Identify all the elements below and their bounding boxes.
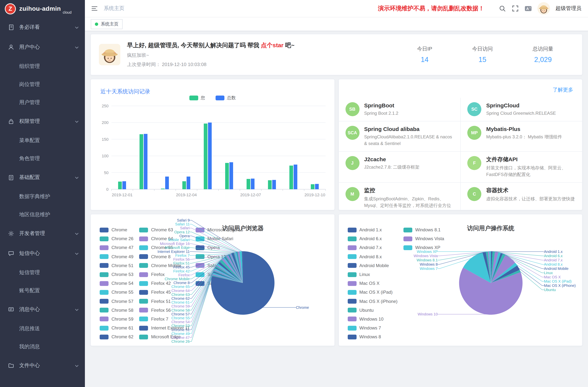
pie-slice-Android-8-x[interactable] [491,252,501,283]
legend-item-17[interactable]: Chrome Mobile [139,261,190,270]
legend-item-16[interactable]: Chrome 8 [139,252,190,261]
pie-slice-Mac-OS-X-iPhone-[interactable] [491,265,519,283]
pie-slice-Mac-OS-X-iPad-[interactable] [491,263,517,283]
legend-item-1[interactable]: Chrome 26 [100,234,133,243]
bar-1-2019-12-01[interactable] [122,181,126,189]
legend-item-32[interactable]: Safari 9 [196,279,243,288]
legend-item-11[interactable]: Chrome 61 [100,324,133,332]
legend-item-28[interactable]: Opera [196,243,243,252]
legend-item-7[interactable]: Chrome 55 [100,288,133,297]
legend-item-3[interactable]: Chrome 49 [100,252,133,261]
legend-item-20[interactable]: Firefox 45 [139,288,190,297]
pie-slice-Android-7-x[interactable] [491,252,498,283]
pie-slice-Windows-Vista[interactable] [488,251,491,283]
legend-item-29[interactable]: Opera 12 [196,252,243,261]
bar-1-2019-12-05[interactable] [208,122,212,189]
legend-item-9[interactable]: Ubuntu [348,306,398,314]
tab-home[interactable]: 系统主页 [91,19,123,29]
bar-0-2019-12-07[interactable] [247,179,250,189]
legend-item-24[interactable]: Internet Explorer 11 [139,324,190,332]
legend-item-6[interactable]: Chrome 54 [100,279,133,288]
pie-slice-Windows-8-1[interactable] [485,251,491,283]
pie-slice-Ubuntu[interactable] [491,270,521,283]
legend-item-13[interactable]: Windows 8.1 [403,225,444,234]
sidebar-subitem-1-0[interactable]: 组织管理 [0,57,85,75]
sidebar-subitem-6-0[interactable]: 消息推送 [0,320,85,338]
pie-slice-Mac-OS-X[interactable] [491,255,515,283]
bar-0-2019-12-08[interactable] [268,180,272,189]
pie-slice-Android-1-x[interactable] [491,251,492,283]
sidebar-item-3[interactable]: 基础配置 [0,167,85,187]
sidebar-item-7[interactable]: 文件中心 [0,356,85,376]
bar-0-2019-12-06[interactable] [225,163,229,189]
bar-1-2019-12-04[interactable] [187,177,190,189]
search-icon[interactable] [499,5,506,12]
bar-0-2019-12-09[interactable] [289,166,293,189]
app-logo[interactable]: Z zuihou-admin cloud [0,0,85,17]
legend-item-15[interactable]: Windows XP [403,243,444,252]
sidebar-subitem-5-1[interactable]: 账号配置 [0,282,85,300]
bar-legend-item-0[interactable]: 您 [189,95,205,101]
bar-0-2019-12-03[interactable] [161,188,165,189]
sidebar-subitem-2-1[interactable]: 角色管理 [0,149,85,167]
legend-item-15[interactable]: Chrome 65 [139,243,190,252]
legend-item-2[interactable]: Android 7.x [348,243,398,252]
legend-item-18[interactable]: Firefox [139,270,190,279]
sidebar-item-5[interactable]: 短信中心 [0,244,85,264]
legend-item-12[interactable]: Chrome 62 [100,333,133,342]
sidebar-subitem-1-2[interactable]: 用户管理 [0,93,85,111]
bar-1-2019-12-06[interactable] [230,162,233,189]
legend-item-0[interactable]: Android 1.x [348,225,398,234]
bar-0-2019-12-04[interactable] [182,181,186,189]
legend-item-25[interactable]: Microsoft Edge [139,333,190,342]
sidebar-item-1[interactable]: 用户中心 [0,37,85,57]
legend-item-9[interactable]: Chrome 58 [100,306,133,314]
bar-1-2019-12-07[interactable] [251,179,254,189]
legend-item-4[interactable]: Chrome 51 [100,261,133,270]
legend-item-22[interactable]: Firefox 56 [139,306,190,314]
sidebar-item-0[interactable]: 务必详看 [0,17,85,37]
sidebar-subitem-1-1[interactable]: 岗位管理 [0,75,85,93]
sidebar-subitem-2-0[interactable]: 菜单配置 [0,131,85,149]
sidebar-item-2[interactable]: 权限管理 [0,111,85,131]
bar-1-2019-12-02[interactable] [144,134,147,189]
username[interactable]: 超级管理员 [556,5,581,12]
legend-item-26[interactable]: Microsoft Edge 16 [196,225,243,234]
legend-item-8[interactable]: Chrome 57 [100,297,133,306]
legend-item-12[interactable]: Windows 8 [348,333,398,342]
breadcrumb[interactable]: 系统主页 [104,5,124,12]
bar-0-2019-12-05[interactable] [204,123,208,189]
legend-item-21[interactable]: Firefox 51 [139,297,190,306]
legend-item-1[interactable]: Android 6.x [348,234,398,243]
legend-item-13[interactable]: Chrome 63 [139,225,190,234]
legend-item-10[interactable]: Chrome 59 [100,315,133,324]
legend-item-11[interactable]: Windows 7 [348,324,398,332]
legend-item-6[interactable]: Mac OS X [348,279,398,288]
pie-slice-Windows-10[interactable] [459,268,523,315]
legend-item-4[interactable]: Android Mobile [348,261,398,270]
legend-item-8[interactable]: Mac OS X (iPhone) [348,297,398,306]
pie-slice-Windows-7[interactable] [463,252,491,283]
bar-0-2019-12-02[interactable] [140,134,143,189]
sidebar-subitem-3-0[interactable]: 数据字典维护 [0,187,85,205]
pie-slice-Android-Mobile[interactable] [491,253,503,283]
pie-slice-Windows-XP[interactable] [489,251,491,283]
learn-more-link[interactable]: 了解更多 [553,87,573,93]
bar-1-2019-12-10[interactable] [315,184,319,189]
legend-item-14[interactable]: Chrome 64 [139,234,190,243]
sidebar-subitem-3-1[interactable]: 地区信息维护 [0,205,85,224]
sidebar-subitem-5-0[interactable]: 短信管理 [0,264,85,282]
legend-item-3[interactable]: Android 8.x [348,252,398,261]
sidebar-item-6[interactable]: 消息中心 [0,300,85,320]
bar-legend-item-1[interactable]: 总数 [216,95,236,101]
legend-item-5[interactable]: Linux [348,270,398,279]
bar-0-2019-12-10[interactable] [311,184,315,189]
sidebar-subitem-6-1[interactable]: 我的消息 [0,338,85,356]
font-size-icon[interactable]: A± [525,5,532,12]
sidebar-item-4[interactable]: 开发者管理 [0,224,85,244]
legend-item-23[interactable]: Firefox 7 [139,315,190,324]
fullscreen-icon[interactable] [512,5,519,12]
legend-item-0[interactable]: Chrome [100,225,133,234]
pie-slice-Android-6-x[interactable] [491,251,495,283]
legend-item-19[interactable]: Firefox 42 [139,279,190,288]
